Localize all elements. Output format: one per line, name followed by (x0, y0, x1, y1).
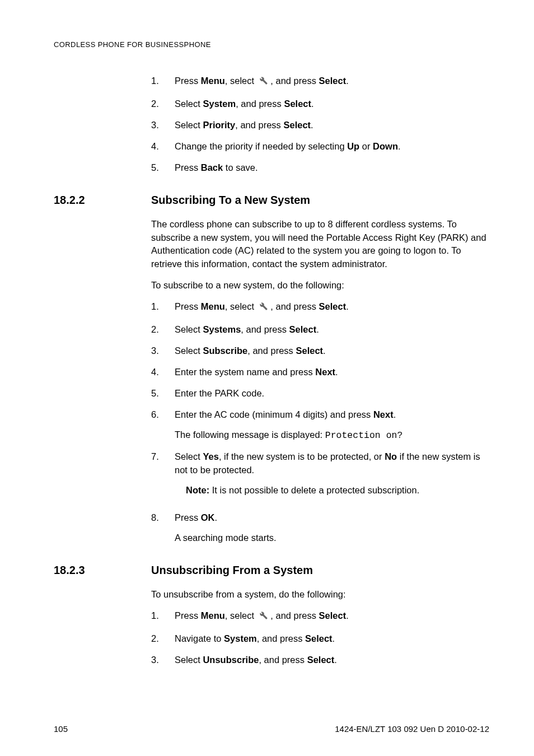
page-footer: 105 1424-EN/LZT 103 092 Uen D 2010-02-12 (54, 724, 489, 734)
settings-wrench-icon (257, 609, 268, 624)
list-item: 3.Select Priority, and press Select. (151, 119, 487, 132)
list-item: 4.Change the priority if needed by selec… (151, 140, 487, 153)
list-item: 5.Enter the PARK code. (151, 387, 487, 400)
settings-wrench-icon (257, 74, 268, 90)
list-number: 1. (151, 609, 175, 624)
section-number: 18.2.2 (54, 194, 151, 207)
list-number: 4. (151, 140, 175, 153)
section-intro: The cordless phone can subscribe to up t… (151, 218, 487, 272)
doc-id: 1424-EN/LZT 103 092 Uen D 2010-02-12 (335, 724, 489, 734)
list-item: 7.Select Yes, if the new system is to be… (151, 450, 487, 504)
page-header: CORDLESS PHONE FOR BUSINESSPHONE (54, 40, 489, 49)
list-number: 2. (151, 323, 175, 337)
list-item: 1.Press Menu, select , and press Select. (151, 74, 487, 90)
list-number: 6. (151, 408, 175, 442)
list-number: 3. (151, 119, 175, 132)
list-number: 1. (151, 300, 175, 315)
list-item: 5.Press Back to save. (151, 161, 487, 175)
section-heading: 18.2.3 Unsubscribing From a System (54, 564, 489, 577)
section-heading: 18.2.2 Subscribing To a New System (54, 194, 489, 207)
section-title: Unsubscribing From a System (151, 564, 313, 577)
page-number: 105 (54, 724, 68, 734)
unsubscribe-steps-list: 1.Press Menu, select , and press Select.… (151, 609, 487, 667)
list-item: 2.Select System, and press Select. (151, 97, 487, 111)
list-item: 1.Press Menu, select , and press Select. (151, 300, 487, 315)
priority-steps-list: 1.Press Menu, select , and press Select.… (151, 74, 487, 175)
list-item: 2.Navigate to System, and press Select. (151, 632, 487, 646)
section-lead: To subscribe to a new system, do the fol… (151, 279, 487, 292)
list-item: 8.Press OK.A searching mode starts. (151, 511, 487, 545)
section-lead: To unsubscribe from a system, do the fol… (151, 588, 487, 601)
list-item: 2.Select Systems, and press Select. (151, 323, 487, 337)
list-number: 3. (151, 654, 175, 667)
list-number: 8. (151, 511, 175, 545)
subscribe-steps-list: 1.Press Menu, select , and press Select.… (151, 300, 487, 545)
list-item: 4.Enter the system name and press Next. (151, 366, 487, 379)
list-number: 5. (151, 161, 175, 175)
list-number: 2. (151, 632, 175, 646)
list-item: 3.Select Unsubscribe, and press Select. (151, 654, 487, 667)
list-item: 6.Enter the AC code (minimum 4 digits) a… (151, 408, 487, 442)
list-number: 3. (151, 344, 175, 358)
list-number: 4. (151, 366, 175, 379)
section-number: 18.2.3 (54, 564, 151, 577)
section-title: Subscribing To a New System (151, 194, 310, 207)
settings-wrench-icon (257, 300, 268, 315)
list-number: 2. (151, 97, 175, 111)
list-number: 5. (151, 387, 175, 400)
list-item: 3.Select Subscribe, and press Select. (151, 344, 487, 358)
list-item: 1.Press Menu, select , and press Select. (151, 609, 487, 624)
list-number: 1. (151, 74, 175, 90)
list-number: 7. (151, 450, 175, 504)
